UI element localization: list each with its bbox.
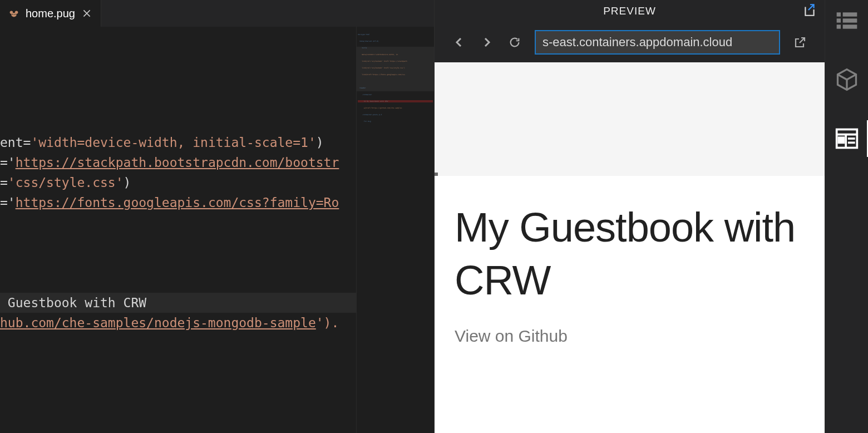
editor-body[interactable]: ent='width=device-width, initial-scale=1… xyxy=(0,27,434,433)
editor-panel: home.pug ent='width=device-width, initia… xyxy=(0,0,434,433)
close-icon[interactable] xyxy=(81,7,93,19)
url-bar[interactable]: s-east.containers.appdomain.cloud xyxy=(535,30,780,55)
svg-rect-7 xyxy=(836,18,840,22)
code-line[interactable]: hub.com/che-samples/nodejs-mongodb-sampl… xyxy=(0,313,356,333)
minimap[interactable]: doctype html meta(charset utf-8) title m… xyxy=(356,27,434,433)
page-heading: My Guestbook with CRW xyxy=(455,201,805,307)
svg-rect-10 xyxy=(842,24,857,28)
preview-title: PREVIEW xyxy=(603,5,656,17)
editor-tab-home-pug[interactable]: home.pug xyxy=(0,0,101,27)
code-line[interactable] xyxy=(0,213,356,233)
code-line[interactable] xyxy=(0,253,356,273)
main-area: home.pug ent='width=device-width, initia… xyxy=(0,0,825,433)
preview-content[interactable]: My Guestbook with CRW View on Github xyxy=(435,62,825,433)
code-line[interactable]: ent='width=device-width, initial-scale=1… xyxy=(0,132,356,152)
forward-button[interactable] xyxy=(479,35,495,50)
svg-rect-9 xyxy=(836,24,840,28)
activity-preview-pane[interactable] xyxy=(833,125,861,152)
open-external-button[interactable] xyxy=(792,35,808,50)
code-line[interactable]: ='css/style.css') xyxy=(0,173,356,193)
code-line[interactable] xyxy=(0,273,356,293)
svg-point-4 xyxy=(14,14,16,15)
code-line[interactable]: ='https://stackpath.bootstrapcdn.com/boo… xyxy=(0,152,356,173)
code-line[interactable] xyxy=(0,233,356,253)
open-file-icon[interactable] xyxy=(802,3,817,19)
tab-bar: home.pug xyxy=(0,0,434,27)
code-line[interactable]: Guestbook with CRW xyxy=(0,293,356,313)
preview-toolbar: s-east.containers.appdomain.cloud xyxy=(435,22,825,62)
svg-rect-5 xyxy=(836,12,840,16)
preview-page: My Guestbook with CRW View on Github xyxy=(435,176,825,433)
activity-cube-3d[interactable] xyxy=(833,66,861,94)
url-text: s-east.containers.appdomain.cloud xyxy=(542,35,732,50)
back-button[interactable] xyxy=(451,35,467,50)
svg-rect-12 xyxy=(839,137,844,142)
svg-rect-6 xyxy=(842,12,857,16)
svg-point-2 xyxy=(11,13,16,17)
minimap-viewport[interactable] xyxy=(357,47,434,91)
svg-rect-8 xyxy=(842,18,857,22)
preview-header: PREVIEW xyxy=(435,0,825,22)
github-link[interactable]: View on Github xyxy=(455,327,805,346)
preview-panel: PREVIEW s-east.containers.appdomain.clou… xyxy=(434,0,825,433)
activity-bar xyxy=(825,0,868,433)
tab-filename: home.pug xyxy=(26,7,75,20)
activity-list-view[interactable] xyxy=(833,7,861,35)
code-area[interactable]: ent='width=device-width, initial-scale=1… xyxy=(0,27,356,433)
svg-point-3 xyxy=(12,14,13,15)
pug-file-icon xyxy=(8,7,20,19)
refresh-button[interactable] xyxy=(507,35,522,50)
code-line[interactable]: ='https://fonts.googleapis.com/css?famil… xyxy=(0,193,356,213)
